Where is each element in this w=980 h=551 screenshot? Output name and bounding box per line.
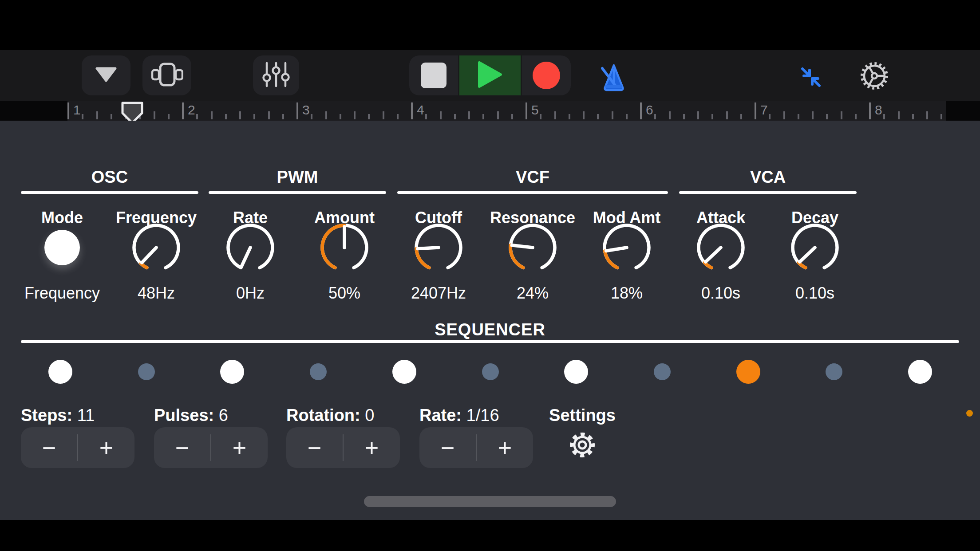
song-settings-button[interactable]	[860, 62, 889, 92]
ruler-tick	[383, 111, 384, 119]
track-view-button[interactable]	[142, 55, 191, 95]
mixer-controls-button[interactable]	[253, 55, 299, 95]
step-dot-6-off[interactable]	[482, 363, 499, 380]
ruler-bar-line	[869, 102, 871, 119]
section-title-osc: OSC	[39, 168, 181, 187]
ruler-tick	[497, 111, 499, 119]
ruler-tick	[397, 114, 399, 119]
knob-attack[interactable]	[694, 221, 747, 274]
param-label-mode: Mode	[9, 209, 115, 227]
ruler-tick	[726, 111, 728, 119]
step-dot-7-on[interactable]	[564, 360, 588, 384]
metronome-icon	[599, 88, 628, 96]
ruler-tick	[597, 114, 599, 119]
ruler-tick	[798, 114, 799, 119]
knob-mod-amt[interactable]	[600, 221, 653, 274]
pulses-stepper: −+	[154, 427, 268, 468]
knob-cutoff[interactable]	[412, 221, 465, 274]
rotation-decrement-button[interactable]: −	[286, 427, 343, 468]
pulses-decrement-button[interactable]: −	[154, 427, 210, 468]
knob-rate[interactable]	[224, 221, 277, 274]
knob-amount[interactable]	[318, 221, 371, 274]
ruler-tick	[239, 111, 241, 119]
sequencer-settings-button[interactable]	[569, 431, 596, 459]
ruler-tick	[82, 114, 83, 119]
ruler-bar-line	[411, 102, 413, 119]
section-underline	[21, 191, 198, 194]
ruler-bar-line	[67, 102, 69, 119]
ruler-tick	[583, 111, 585, 119]
ruler-tick	[325, 111, 327, 119]
collapse-arrows-icon	[798, 84, 824, 91]
ruler-tick	[454, 114, 456, 119]
pulses-increment-button[interactable]: +	[211, 427, 268, 468]
ruler-tick	[940, 114, 942, 119]
step-dot-2-off[interactable]	[138, 363, 155, 380]
step-dot-8-off[interactable]	[654, 363, 671, 380]
step-dot-10-off[interactable]	[826, 363, 842, 380]
ruler-tick	[783, 111, 785, 119]
knob-decay[interactable]	[788, 221, 842, 274]
knob-frequency[interactable]	[130, 221, 183, 274]
ruler-tick	[711, 114, 713, 119]
step-dot-11-on[interactable]	[908, 360, 932, 384]
caret-down-icon	[95, 67, 117, 84]
ruler-bar-number: 6	[646, 102, 653, 118]
ruler-tick	[841, 111, 842, 119]
ruler-bar-line	[296, 102, 298, 119]
ruler-tick	[96, 111, 98, 119]
ruler-bar-number: 1	[73, 102, 81, 118]
ruler-strip[interactable]: 12345678	[67, 101, 946, 121]
ruler-tick	[268, 111, 270, 119]
ruler-tick	[111, 114, 112, 119]
section-title-vcf: VCF	[462, 168, 604, 187]
ruler-bar-number: 5	[531, 102, 539, 118]
ruler-tick	[311, 114, 312, 119]
timeline-ruler: 12345678 +	[0, 101, 980, 121]
ruler-tick	[468, 111, 470, 119]
stop-button[interactable]	[409, 55, 458, 95]
ruler-tick	[440, 111, 442, 119]
steps-increment-button[interactable]: +	[78, 427, 134, 468]
ruler-tick	[612, 111, 613, 119]
faders-icon	[261, 61, 292, 90]
record-icon	[533, 62, 560, 89]
ruler-tick	[683, 114, 685, 119]
steps-stepper: −+	[21, 427, 134, 468]
step-dot-3-on[interactable]	[220, 360, 244, 384]
ruler-bar-line	[755, 102, 756, 119]
synth-plugin-panel: OSCModeFrequencyFrequency48HzPWMRate0HzA…	[0, 121, 980, 520]
step-dot-9-current[interactable]	[736, 360, 760, 384]
metronome-button[interactable]	[599, 63, 628, 96]
ruler-tick	[769, 114, 771, 119]
rate-decrement-button[interactable]: −	[419, 427, 476, 468]
rate-label: Rate: 1/16	[419, 406, 499, 425]
rate-increment-button[interactable]: +	[477, 427, 533, 468]
sequencer-title: SEQUENCER	[0, 320, 980, 339]
ruler-tick	[926, 111, 928, 119]
ruler-tick	[511, 114, 513, 119]
microphone-active-indicator	[966, 410, 973, 417]
ruler-tick	[669, 111, 671, 119]
ruler-bar-line	[526, 102, 527, 119]
collapse-plugin-button[interactable]	[798, 64, 824, 92]
rotation-increment-button[interactable]: +	[344, 427, 400, 468]
ruler-tick	[554, 111, 556, 119]
ruler-tick	[225, 114, 227, 119]
ruler-tick	[569, 114, 570, 119]
ruler-tick	[898, 111, 900, 119]
mode-button[interactable]	[44, 230, 80, 265]
hide-controls-button[interactable]	[82, 55, 130, 95]
home-indicator[interactable]	[364, 496, 616, 507]
play-button[interactable]	[459, 55, 521, 95]
ruler-tick	[540, 114, 541, 119]
steps-decrement-button[interactable]: −	[21, 427, 77, 468]
ruler-bar-number: 8	[875, 102, 882, 118]
toolbar	[0, 50, 980, 101]
step-dot-5-on[interactable]	[392, 360, 416, 384]
ruler-tick	[368, 114, 370, 119]
step-dot-4-off[interactable]	[310, 363, 327, 380]
record-button[interactable]	[522, 55, 571, 95]
knob-resonance[interactable]	[506, 221, 559, 274]
step-dot-1-on[interactable]	[48, 360, 72, 384]
